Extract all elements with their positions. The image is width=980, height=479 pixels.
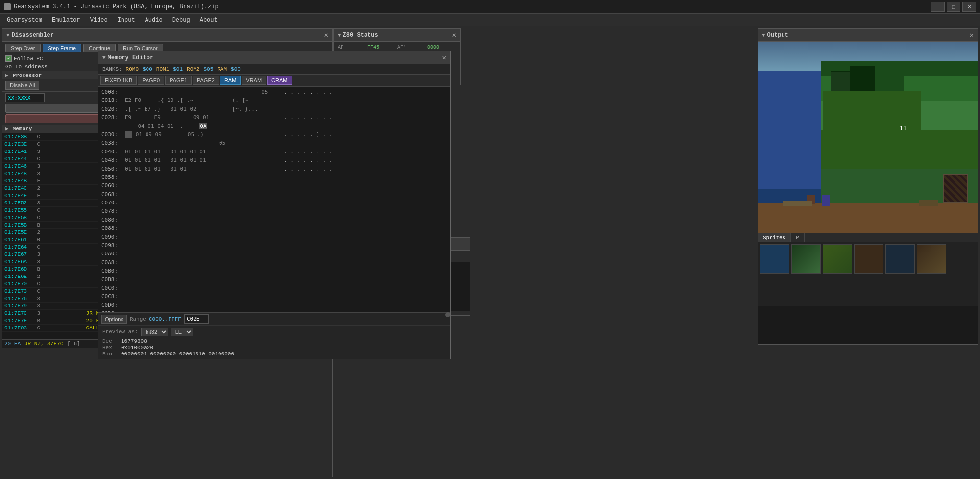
sprite-cell-5 — [917, 244, 946, 274]
disasm-row-addr: 01:7E64 — [4, 244, 34, 250]
disasm-row-addr: 01:7E5B — [4, 222, 34, 228]
mem-row: C028: E9 E9 09 01 . . . . . . . . — [100, 113, 448, 122]
disasm-row-addr: 01:7E67 — [4, 252, 34, 257]
castle-emblem — [943, 174, 968, 203]
mem-row: C098: — [100, 241, 448, 250]
tab-vram[interactable]: VRAM — [242, 76, 266, 85]
memory-editor-panel: ▼ Memory Editor ✕ BANKS: ROM0 $00 ROM1 $… — [98, 51, 451, 359]
banks-row: BANKS: ROM0 $00 ROM1 $01 ROM2 $05 RAM $0… — [98, 64, 450, 75]
title-bar-left: Gearsystem 3.4.1 - Jurassic Park (USA, E… — [4, 3, 219, 10]
mem-row: C050: 01 01 01 01 01 01 . . . . . . . . — [100, 165, 448, 173]
options-button[interactable]: Options — [101, 315, 127, 324]
sprite-cell-4 — [885, 244, 915, 274]
menu-emulator[interactable]: Emulator — [47, 15, 85, 25]
game-view: 11 — [758, 42, 978, 233]
disasm-row-opcode: C — [34, 141, 83, 147]
disasm-row-opcode: 3 — [34, 310, 83, 316]
mem-row: C038: 05 — [100, 139, 448, 147]
preview-as-label: Preview as: — [102, 329, 138, 335]
bank-ram-val: $00 — [231, 66, 241, 72]
mem-row: C078: — [100, 207, 448, 215]
menu-about[interactable]: About — [195, 15, 222, 25]
disassembler-close-icon[interactable]: ✕ — [324, 31, 328, 39]
disasm-row-opcode: B — [34, 266, 83, 272]
output-close-icon[interactable]: ✕ — [970, 31, 974, 39]
window-title: Gearsystem 3.4.1 - Jurassic Park (USA, E… — [14, 3, 219, 10]
follow-pc-checkbox[interactable]: ✓ — [5, 55, 12, 62]
disasm-row-opcode: 0 — [34, 237, 83, 243]
address-jump-input[interactable] — [184, 314, 209, 324]
preview-endian-select[interactable]: LE BE — [171, 328, 193, 336]
maximize-button[interactable]: □ — [947, 2, 960, 12]
disassembler-triangle: ▼ — [6, 32, 10, 38]
output-header: ▼ Output ✕ — [758, 29, 978, 42]
mem-row: C0B0: — [100, 267, 448, 275]
disasm-row-opcode: C — [34, 281, 83, 287]
minimize-button[interactable]: − — [931, 2, 945, 12]
address-input[interactable] — [5, 93, 45, 102]
bank-rom0-name: ROM0 — [126, 66, 139, 72]
memory-preview: Preview as: Int32 Int8 Int16 Float LE BE… — [98, 325, 450, 359]
disasm-row-addr: 01:7E79 — [4, 303, 34, 309]
memory-editor-close-icon[interactable]: ✕ — [442, 53, 446, 62]
tab-fixed1kb[interactable]: FIXED 1KB — [100, 76, 137, 85]
output-title: Output — [767, 32, 788, 39]
menu-video[interactable]: Video — [85, 15, 113, 25]
disasm-footer-mnem: JR NZ, $7E7C — [24, 341, 63, 347]
mem-row: C0B8: — [100, 276, 448, 284]
mem-row: C080: — [100, 216, 448, 224]
mem-row: C0C8: — [100, 292, 448, 301]
step-frame-button[interactable]: Step Frame — [43, 44, 81, 52]
output-panel: ▼ Output ✕ — [758, 28, 978, 345]
tab-ram[interactable]: RAM — [220, 76, 241, 85]
tab-page0[interactable]: PAGE0 — [138, 76, 164, 85]
preview-hex-row: Hex 0x01000a20 — [102, 345, 446, 351]
forest-floor — [823, 91, 921, 150]
bank-rom0-val: $00 — [143, 66, 152, 72]
preview-bin-label: Bin — [102, 351, 117, 357]
disasm-row-opcode: C — [34, 244, 83, 250]
emblem-pattern — [944, 175, 967, 202]
go-to-address-label: Go To Address — [5, 64, 48, 70]
memory-editor-title: Memory Editor — [108, 54, 154, 61]
mem-row: C008: 05 . . . . . . . . — [100, 88, 448, 96]
tab-cram[interactable]: CRAM — [267, 76, 292, 85]
menu-audio[interactable]: Audio — [140, 15, 168, 25]
range-value: C000..FFFF — [149, 316, 181, 322]
disasm-row-addr: 01:7E48 — [4, 171, 34, 176]
disasm-row-opcode: 3 — [34, 296, 83, 302]
disasm-row-opcode: C — [34, 288, 83, 294]
tab-page2[interactable]: PAGE2 — [193, 76, 219, 85]
bank-rom2-val: $05 — [203, 66, 213, 72]
disasm-row-opcode: C — [34, 215, 83, 221]
tab-page1[interactable]: PAGE1 — [165, 76, 192, 85]
game-overlay-num: 11 — [900, 125, 906, 132]
memory-hex-content[interactable]: C008: 05 . . . . . . . . C018: E2 F0 .{ … — [98, 87, 450, 312]
menu-input[interactable]: Input — [113, 15, 140, 25]
sprites-area — [758, 242, 978, 306]
disasm-row-opcode: 3 — [34, 252, 83, 257]
mem-row: C0D0: — [100, 301, 448, 309]
output-tab-sprites[interactable]: Sprites — [758, 233, 791, 242]
mem-row: C040: 01 01 01 01 01 01 01 01 . . . . . … — [100, 148, 448, 156]
menu-debug[interactable]: Debug — [168, 15, 195, 25]
sprite-cell-0 — [760, 244, 789, 274]
disassembler-header: ▼ Disassembler ✕ — [2, 29, 332, 42]
mem-editor-triangle: ▼ — [102, 55, 106, 61]
disasm-row-addr: 01:7E4F — [4, 193, 34, 199]
disasm-row-opcode: 3 — [34, 149, 83, 154]
menu-gearsystem[interactable]: Gearsystem — [2, 15, 47, 25]
platform-1 — [783, 201, 812, 206]
disasm-row-addr: 01:7E41 — [4, 149, 34, 154]
disable-all-button[interactable]: Disable All — [5, 81, 39, 90]
output-tab-p[interactable]: P — [791, 233, 805, 242]
disasm-row-addr: 01:7F03 — [4, 325, 34, 331]
disasm-row-opcode: C — [34, 325, 83, 331]
close-button[interactable]: ✕ — [962, 2, 976, 12]
disasm-row-opcode: 3 — [34, 200, 83, 206]
preview-type-select[interactable]: Int32 Int8 Int16 Float — [141, 328, 168, 336]
preview-hex-label: Hex — [102, 345, 117, 351]
step-over-button[interactable]: Step Over — [5, 44, 41, 52]
z80-close-icon[interactable]: ✕ — [452, 31, 456, 39]
title-bar-controls: − □ ✕ — [931, 2, 976, 12]
